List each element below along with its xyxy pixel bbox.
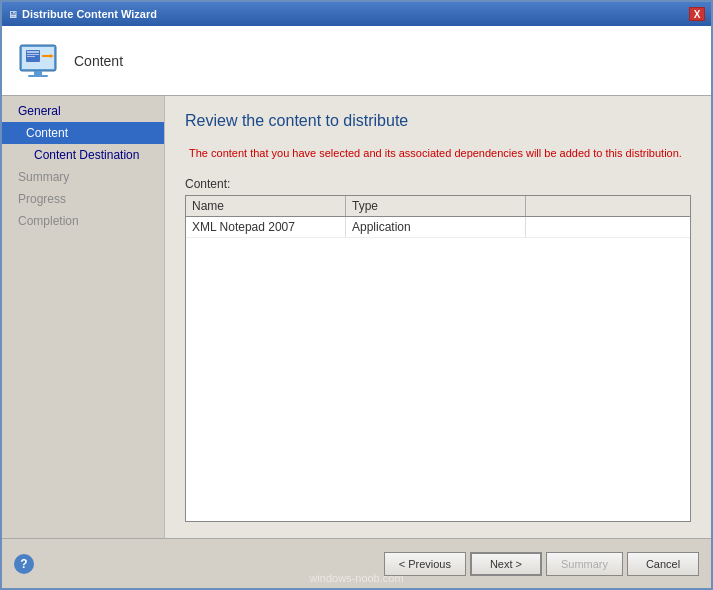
svg-rect-4 [27,54,39,55]
cell-name: XML Notepad 2007 [186,217,346,237]
header-title: Content [74,53,123,69]
close-button[interactable]: X [689,7,705,21]
previous-button[interactable]: < Previous [384,552,466,576]
cancel-button[interactable]: Cancel [627,552,699,576]
svg-rect-6 [34,71,42,75]
bottom-right: < Previous Next > Summary Cancel [384,552,699,576]
sidebar-item-summary: Summary [2,166,164,188]
sidebar-item-content-destination[interactable]: Content Destination [2,144,164,166]
sidebar-item-content[interactable]: Content [2,122,164,144]
title-bar: 🖥 Distribute Content Wizard X [2,2,711,26]
summary-button[interactable]: Summary [546,552,623,576]
page-title: Review the content to distribute [185,112,691,130]
help-button[interactable]: ? [14,554,34,574]
svg-rect-7 [28,75,48,77]
bottom-left: ? [14,554,34,574]
bottom-bar: ? < Previous Next > Summary Cancel [2,538,711,588]
content-table: Name Type XML Notepad 2007 Application [185,195,691,522]
title-bar-left: 🖥 Distribute Content Wizard [8,8,157,20]
info-text: The content that you have selected and i… [185,146,691,161]
main-area: General Content Content Destination Summ… [2,96,711,538]
svg-rect-3 [27,51,39,53]
cell-extra [526,217,690,237]
svg-rect-5 [27,56,35,57]
cell-type: Application [346,217,526,237]
header-icon [14,37,62,85]
header-area: Content [2,26,711,96]
next-button[interactable]: Next > [470,552,542,576]
col-name-header: Name [186,196,346,216]
window-title: Distribute Content Wizard [22,8,157,20]
sidebar-item-completion: Completion [2,210,164,232]
col-type-header: Type [346,196,526,216]
content-panel: Review the content to distribute The con… [165,96,711,538]
sidebar-item-progress: Progress [2,188,164,210]
content-label: Content: [185,177,691,191]
sidebar: General Content Content Destination Summ… [2,96,165,538]
table-header: Name Type [186,196,690,217]
table-row[interactable]: XML Notepad 2007 Application [186,217,690,238]
wizard-window: 🖥 Distribute Content Wizard X [0,0,713,590]
sidebar-item-general[interactable]: General [2,100,164,122]
col-extra-header [526,196,690,216]
